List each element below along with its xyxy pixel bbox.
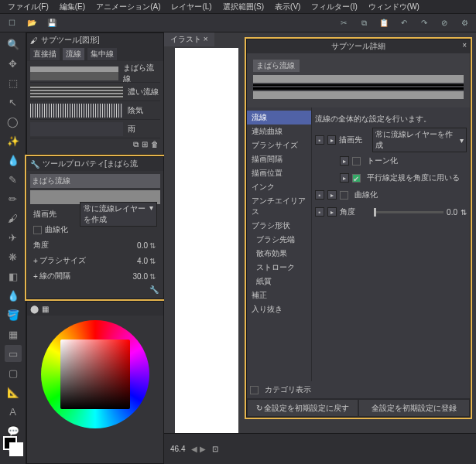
- arrow-icon[interactable]: ↖: [5, 94, 22, 111]
- cat-item[interactable]: 散布効果: [247, 247, 311, 261]
- eyedrop-icon[interactable]: 💧: [5, 152, 22, 169]
- parallel-checkbox[interactable]: ✔: [352, 174, 361, 183]
- figure-icon[interactable]: ▭: [5, 345, 22, 362]
- undo-icon[interactable]: ↶: [397, 16, 411, 30]
- add-icon[interactable]: ⊞: [142, 140, 148, 149]
- blend-icon[interactable]: 💧: [5, 287, 22, 304]
- spinner-icon[interactable]: ⇅: [149, 257, 157, 265]
- expand-icon[interactable]: ▸: [327, 207, 337, 217]
- expand-icon[interactable]: ▸: [327, 135, 337, 145]
- cat-item[interactable]: アンチエイリアス: [247, 194, 311, 219]
- select-icon[interactable]: ⬚: [5, 74, 22, 91]
- airbrush-icon[interactable]: ✈: [5, 229, 22, 246]
- new-icon[interactable]: ☐: [5, 16, 19, 30]
- wand-icon[interactable]: ✨: [5, 132, 22, 149]
- menu-anim[interactable]: アニメーション(A): [91, 1, 165, 13]
- swatch-icon: ▦: [42, 305, 49, 313]
- angle-value[interactable]: 0.0: [447, 208, 457, 217]
- menu-layer[interactable]: レイヤー(L): [166, 1, 216, 13]
- save-icon[interactable]: 💾: [45, 16, 59, 30]
- cat-item[interactable]: 入り抜き: [247, 302, 311, 316]
- pencil-icon[interactable]: ✏: [5, 190, 22, 207]
- color-wheel[interactable]: [41, 320, 149, 428]
- del-icon[interactable]: 🗑: [151, 140, 159, 149]
- text-icon[interactable]: A: [5, 403, 22, 420]
- angle-value[interactable]: 0.0: [80, 241, 149, 250]
- toolprop-title: ツールプロパティ[まばら流: [43, 159, 138, 169]
- redo-icon[interactable]: ↷: [417, 16, 431, 30]
- cat-item[interactable]: 紙質: [247, 275, 311, 288]
- tab-stream[interactable]: 流線: [63, 48, 84, 60]
- cat-item[interactable]: 流線: [247, 111, 311, 125]
- cat-item[interactable]: ストローク: [247, 261, 311, 275]
- tab-focus[interactable]: 集中線: [87, 48, 117, 60]
- angle-slider[interactable]: [374, 211, 443, 213]
- curve-checkbox[interactable]: [33, 226, 42, 234]
- reset-button[interactable]: ↻ 全設定を初期設定に戻す: [247, 399, 358, 417]
- expand-icon[interactable]: ▸: [327, 190, 337, 200]
- cat-item[interactable]: 描画間隔: [247, 152, 311, 166]
- cut-icon[interactable]: ✂: [337, 16, 351, 30]
- frame-icon[interactable]: ▢: [5, 364, 22, 381]
- settings-icon[interactable]: ⚙: [457, 16, 471, 30]
- cat-item[interactable]: ブラシサイズ: [247, 138, 311, 152]
- move-icon[interactable]: ✥: [5, 55, 22, 72]
- tab-direct[interactable]: 直接描: [30, 48, 60, 60]
- close-icon[interactable]: ×: [204, 35, 208, 43]
- canvas[interactable]: [175, 48, 238, 450]
- subtool-item[interactable]: 陰気: [30, 101, 160, 120]
- cat-item[interactable]: 描画位置: [247, 166, 311, 180]
- subtool-item[interactable]: 雨: [30, 120, 160, 138]
- lasso-icon[interactable]: ◯: [5, 113, 22, 130]
- open-icon[interactable]: 📂: [25, 16, 39, 30]
- cat-item[interactable]: 補正: [247, 288, 311, 302]
- menu-window[interactable]: ウィンドウ(W): [364, 1, 424, 13]
- spinner-icon[interactable]: ⇅: [461, 208, 467, 217]
- expand-icon[interactable]: ▸: [340, 173, 349, 183]
- ruler-icon[interactable]: 📐: [5, 384, 22, 401]
- tool-sidebar: 🔍 ✥ ⬚ ↖ ◯ ✨ 💧 ✎ ✏ 🖌 ✈ ❋ ◧ 💧 🪣 ▦ ▭ ▢ 📐 A …: [0, 32, 26, 464]
- gap-value[interactable]: 30.0: [86, 272, 149, 281]
- pen-icon[interactable]: ✎: [5, 171, 22, 188]
- spinner-icon[interactable]: ⇅: [149, 272, 157, 281]
- cat-item[interactable]: ブラシ先端: [247, 233, 311, 247]
- zoom-value[interactable]: 46.4: [170, 445, 185, 453]
- register-button[interactable]: 全設定を初期設定に登録: [358, 399, 470, 417]
- canvas-tab[interactable]: イラスト ×: [164, 32, 214, 46]
- magnifier-icon[interactable]: 🔍: [5, 36, 22, 53]
- menu-filter[interactable]: フィルター(I): [306, 1, 361, 13]
- tone-checkbox[interactable]: [352, 157, 361, 165]
- eye-toggle-icon[interactable]: ▪: [315, 190, 324, 200]
- menu-edit[interactable]: 編集(E): [55, 1, 90, 13]
- eye-toggle-icon[interactable]: ▪: [315, 135, 324, 145]
- brush-icon[interactable]: 🖌: [5, 210, 22, 227]
- menu-file[interactable]: ファイル(F): [3, 1, 53, 13]
- subtool-item[interactable]: まばら流線: [30, 64, 160, 83]
- menu-view[interactable]: 表示(V): [270, 1, 305, 13]
- fit-icon[interactable]: ⊡: [212, 445, 218, 453]
- eraser-icon[interactable]: ◧: [5, 268, 22, 285]
- dup-icon[interactable]: ⧉: [133, 140, 139, 149]
- clear-icon[interactable]: ⊘: [437, 16, 451, 30]
- paste-icon[interactable]: 📋: [377, 16, 391, 30]
- copy-icon[interactable]: ⧉: [357, 16, 371, 30]
- draw-target-select[interactable]: 常に流線レイヤーを作成▾: [372, 128, 467, 152]
- spinner-icon[interactable]: ⇅: [149, 241, 157, 250]
- gradient-icon[interactable]: ▦: [5, 326, 22, 343]
- cat-item[interactable]: 連続曲線: [247, 125, 311, 138]
- close-icon[interactable]: ×: [462, 41, 467, 49]
- draw-target-select[interactable]: 常に流線レイヤーを作成▾: [80, 202, 157, 227]
- menu-select[interactable]: 選択範囲(S): [218, 1, 269, 13]
- cat-show-checkbox[interactable]: [250, 386, 259, 394]
- curve-checkbox[interactable]: [340, 191, 348, 200]
- subtool-item[interactable]: 濃い流線: [30, 83, 160, 101]
- wrench-small-icon[interactable]: 🔧: [149, 285, 159, 294]
- expand-icon[interactable]: ▸: [340, 156, 349, 165]
- fill-icon[interactable]: 🪣: [5, 306, 22, 323]
- cat-item[interactable]: ブラシ形状: [247, 219, 311, 233]
- brush-size-value[interactable]: 4.0: [86, 257, 149, 265]
- cat-item[interactable]: インク: [247, 180, 311, 194]
- eye-toggle-icon[interactable]: ▪: [315, 207, 324, 217]
- decorate-icon[interactable]: ❋: [5, 248, 22, 265]
- color-swatches[interactable]: [3, 436, 50, 459]
